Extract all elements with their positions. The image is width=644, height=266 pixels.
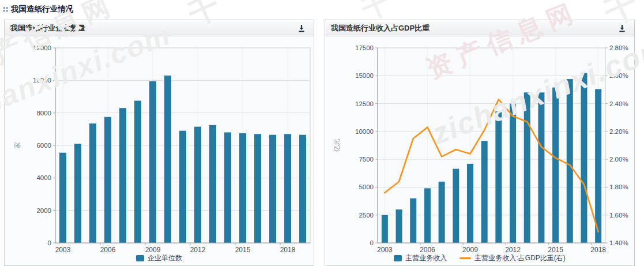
y-axis-unit-label: 家	[14, 142, 21, 149]
axis-label: 2.40%	[609, 100, 628, 107]
axis-label: 12500	[355, 100, 374, 107]
axis-label: 2003	[377, 246, 393, 254]
download-button[interactable]	[616, 23, 628, 34]
bar	[299, 135, 306, 243]
axis-label: 17500	[355, 44, 374, 51]
axis-label: 2006	[420, 246, 435, 254]
legend-item-gdp-share[interactable]: 主营业务收入:占GDP比重(右)	[460, 253, 565, 263]
bar	[410, 198, 416, 243]
bar	[396, 209, 402, 243]
panel-revenue-gdp-share: 我国造纸行业收入占GDP比重 01.40%25001.60%50001.80%7…	[325, 20, 635, 266]
axis-label: 2018	[590, 246, 606, 254]
bar	[552, 88, 559, 243]
panel-enterprise-count: 我国造纸行业企业数量 02000400060008000100001200020…	[4, 20, 314, 266]
axis-label: 6000	[36, 142, 51, 149]
screen: ∷ 我国造纸行业情况 我国造纸行业企业数量 020004000600080001…	[0, 0, 644, 266]
bar	[89, 123, 96, 243]
axis-label: 2.20%	[609, 128, 628, 135]
legend: 主营业务收入 主营业务收入:占GDP比重(右)	[325, 253, 634, 263]
bar	[209, 125, 216, 243]
legend-swatch-line	[460, 257, 471, 259]
bar	[510, 104, 516, 243]
axis-label: 2018	[280, 246, 296, 254]
bar	[581, 73, 587, 243]
axis-label: 7500	[359, 156, 374, 163]
bar	[567, 79, 573, 243]
bar	[439, 182, 445, 243]
bar	[467, 164, 473, 243]
axis-label: 2.80%	[609, 44, 628, 51]
axis-label: 0	[48, 239, 51, 246]
bar	[134, 101, 141, 243]
panel-header: 我国造纸行业收入占GDP比重	[325, 20, 634, 36]
bar	[149, 81, 156, 243]
axis-label: 1.60%	[609, 212, 628, 219]
legend-swatch-bar	[394, 255, 402, 261]
bar	[104, 117, 111, 243]
axis-label: 5000	[359, 183, 374, 190]
bar	[538, 92, 544, 243]
download-button[interactable]	[295, 23, 308, 34]
axis-label: 10000	[355, 128, 374, 135]
bar	[254, 134, 261, 243]
axis-label: 2015	[235, 246, 251, 254]
bar	[179, 131, 186, 243]
panel-title: 我国造纸行业企业数量	[10, 23, 85, 33]
legend-label: 主营业务收入:占GDP比重(右)	[474, 253, 565, 263]
axis-label: 2.60%	[609, 72, 628, 79]
page-header: ∷ 我国造纸行业情况	[3, 4, 73, 14]
axis-label: 2006	[100, 246, 116, 254]
page-title: 我国造纸行业情况	[11, 4, 73, 14]
axis-label: 12000	[33, 44, 51, 51]
axis-label: 10000	[33, 77, 51, 84]
bar	[424, 188, 431, 243]
axis-label: 2012	[505, 246, 521, 254]
axis-label: 1.80%	[609, 183, 628, 190]
legend-swatch-bar	[136, 255, 144, 261]
download-icon	[617, 24, 627, 33]
legend-item-enterprise-units[interactable]: 企业单位数	[136, 253, 182, 263]
legend: 企业单位数	[5, 253, 314, 263]
bar	[481, 141, 488, 243]
legend-label: 主营业务收入	[405, 253, 447, 263]
axis-label: 2.00%	[609, 156, 628, 163]
axis-label: 8000	[36, 110, 51, 117]
axis-label: 0	[370, 239, 374, 246]
bar	[224, 132, 231, 243]
bar	[74, 144, 81, 243]
axis-label: 4000	[36, 174, 51, 181]
combo-chart-svg: 01.40%25001.60%50001.80%75002.00%100002.…	[325, 36, 634, 266]
bar	[524, 92, 530, 243]
axis-label: 2012	[190, 246, 206, 254]
axis-label: 1.40%	[609, 239, 628, 246]
chart-area: 0200040006000800010000120002003200620092…	[5, 36, 314, 266]
chart-area: 01.40%25001.60%50001.80%75002.00%100002.…	[325, 36, 634, 266]
bar	[382, 215, 388, 243]
axis-label: 2000	[36, 207, 51, 214]
axis-label: 2009	[462, 246, 478, 254]
section-bullet-icon: ∷	[3, 6, 8, 13]
bar	[194, 127, 201, 243]
bar	[453, 169, 459, 243]
panel-title: 我国造纸行业收入占GDP比重	[331, 23, 430, 33]
axis-label: 2009	[145, 246, 161, 254]
bar	[495, 111, 502, 243]
y-axis-unit-label: 亿元	[333, 138, 340, 152]
legend-item-main-revenue[interactable]: 主营业务收入	[394, 253, 447, 263]
bar	[164, 76, 171, 243]
bar	[269, 135, 276, 243]
bar-chart-svg: 0200040006000800010000120002003200620092…	[5, 36, 313, 266]
bar	[119, 108, 126, 243]
download-icon	[297, 24, 306, 33]
bar	[59, 153, 66, 243]
axis-label: 2003	[55, 246, 71, 254]
axis-label: 2500	[359, 212, 374, 219]
bar	[239, 133, 246, 243]
axis-label: 15000	[355, 72, 374, 79]
axis-label: 2015	[548, 246, 563, 254]
bar	[284, 134, 291, 243]
legend-label: 企业单位数	[148, 253, 182, 263]
panel-header: 我国造纸行业企业数量	[5, 20, 314, 36]
bar	[595, 89, 601, 243]
